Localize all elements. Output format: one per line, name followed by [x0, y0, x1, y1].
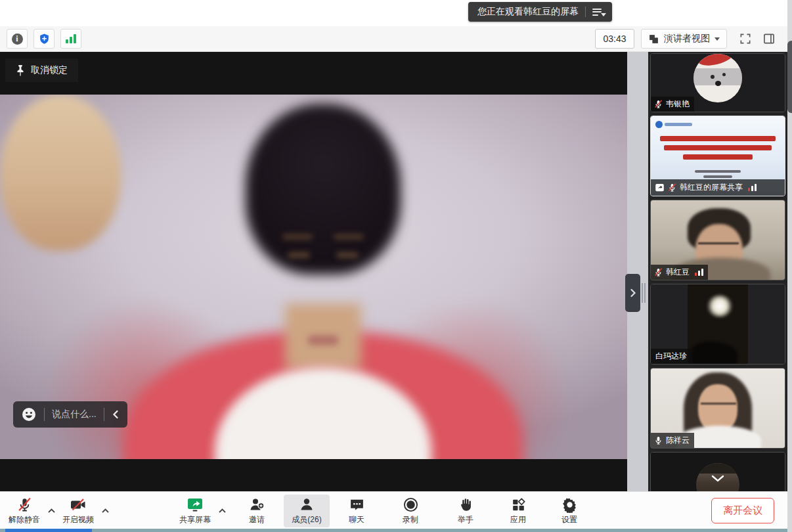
pill-divider — [104, 408, 104, 421]
members-button[interactable]: 成员(26) — [284, 495, 330, 527]
chevron-down-icon — [715, 37, 720, 41]
mic-muted-icon — [667, 183, 677, 192]
speaker-mouth — [307, 335, 339, 345]
speaker-face — [0, 95, 121, 251]
signal-bars-icon — [695, 269, 703, 276]
content-area: 取消锁定 说点什么... — [0, 52, 787, 491]
participant-tile[interactable]: 韦银艳 — [650, 53, 785, 112]
participants-sidebar: 韦银艳 — [648, 52, 787, 491]
shield-plus-icon — [38, 33, 51, 45]
participant-tile[interactable] — [650, 452, 785, 491]
avatar — [693, 54, 742, 102]
participant-tile[interactable]: 白玛达珍 — [650, 284, 785, 365]
share-options-chevron[interactable] — [215, 495, 229, 527]
mic-muted-icon — [16, 497, 33, 513]
emoji-icon[interactable] — [21, 407, 37, 422]
scroll-more-chevron-down-icon[interactable] — [711, 475, 724, 483]
unmute-label: 解除静音 — [9, 514, 40, 525]
video-options-chevron[interactable] — [99, 495, 112, 527]
leave-meeting-label: 离开会议 — [723, 504, 762, 517]
raise-hand-button[interactable]: 举手 — [445, 495, 486, 527]
security-button[interactable] — [33, 29, 55, 49]
participant-name: 韦银艳 — [666, 99, 690, 110]
settings-label: 设置 — [561, 514, 577, 525]
unmute-button[interactable]: 解除静音 — [4, 495, 45, 527]
start-video-button[interactable]: 开启视频 — [58, 495, 99, 527]
fullscreen-icon — [739, 32, 752, 45]
pin-icon — [16, 64, 25, 76]
meeting-info-button[interactable]: i — [7, 29, 28, 49]
wallpaper-shape — [787, 41, 792, 113]
meeting-timer: 03:43 — [595, 29, 634, 49]
gear-icon — [561, 497, 578, 513]
participant-namebar: 韩红豆 — [651, 265, 708, 280]
top-toolbar: i 03:43 演讲者视图 — [0, 26, 787, 52]
share-screen-button[interactable]: 共享屏幕 — [175, 495, 215, 527]
record-label: 录制 — [403, 514, 418, 525]
apps-icon — [510, 497, 527, 513]
share-screen-icon — [187, 497, 204, 513]
participant-tile[interactable]: 陈祥云 — [650, 368, 785, 449]
invite-label: 邀请 — [249, 514, 265, 525]
participant-name: 韩红豆 — [666, 267, 690, 278]
speaker-hair — [246, 104, 401, 275]
invite-button[interactable]: 邀请 — [236, 495, 277, 527]
signal-bars-icon — [748, 184, 757, 191]
audio-options-chevron[interactable] — [45, 495, 58, 527]
start-video-label: 开启视频 — [62, 514, 94, 525]
watching-screen-text: 您正在观看韩红豆的屏幕 — [477, 6, 579, 18]
screen-share-tile[interactable]: 韩红豆的屏幕共享 — [650, 116, 785, 196]
chevron-right-icon — [630, 288, 636, 298]
chevron-left-icon[interactable] — [112, 410, 120, 419]
pill-divider — [44, 408, 45, 421]
collapse-sidebar-button[interactable] — [625, 274, 640, 312]
panel-resize-gutter[interactable] — [627, 52, 648, 491]
participant-tile[interactable]: 韩红豆 — [650, 200, 785, 280]
participant-namebar: 韦银艳 — [651, 97, 694, 112]
record-button[interactable]: 录制 — [390, 495, 431, 527]
screen-share-icon — [655, 183, 665, 192]
mic-on-icon — [653, 435, 663, 445]
desktop-bottom-edge — [0, 529, 787, 532]
taskbar-highlight — [5, 529, 92, 532]
side-panel-toggle-button[interactable] — [762, 32, 776, 45]
invite-person-icon — [248, 497, 265, 513]
participant-namebar: 陈祥云 — [651, 433, 694, 448]
participant-name: 白玛达珍 — [653, 351, 687, 362]
view-mode-dropdown[interactable]: 演讲者视图 — [641, 29, 727, 49]
chevron-up-icon — [219, 508, 226, 513]
window-top-strip: 您正在观看韩红豆的屏幕 — [0, 0, 787, 26]
quick-message-bar: 说点什么... — [13, 401, 127, 428]
view-options-menu-icon[interactable] — [592, 9, 605, 16]
chevron-up-icon — [102, 508, 109, 513]
fullscreen-button[interactable] — [739, 32, 752, 45]
main-stage: 取消锁定 说点什么... — [0, 52, 627, 491]
unpin-button[interactable]: 取消锁定 — [5, 58, 78, 82]
speaker-brow — [334, 234, 364, 240]
side-panel-icon — [762, 32, 776, 45]
drag-handle[interactable] — [642, 283, 646, 303]
bottom-toolbar: 解除静音 开启视频 共享屏幕 — [0, 491, 787, 529]
members-icon — [298, 497, 315, 513]
view-mode-label: 演讲者视图 — [664, 33, 710, 45]
participant-name: 韩红豆的屏幕共享 — [680, 182, 743, 193]
apps-button[interactable]: 应用 — [498, 495, 539, 527]
mic-muted-icon — [653, 99, 663, 109]
speaker-view-icon — [648, 33, 659, 45]
meeting-timer-value: 03:43 — [603, 33, 626, 44]
unpin-label: 取消锁定 — [31, 64, 68, 76]
chat-button[interactable]: 聊天 — [336, 495, 377, 527]
settings-button[interactable]: 设置 — [549, 495, 590, 527]
banner-divider — [585, 7, 586, 17]
leave-meeting-button[interactable]: 离开会议 — [711, 498, 774, 523]
message-input[interactable]: 说点什么... — [52, 409, 97, 420]
raise-hand-label: 举手 — [458, 514, 473, 525]
mic-muted-icon — [653, 267, 663, 277]
signal-bars-icon — [65, 33, 77, 44]
apps-label: 应用 — [510, 514, 526, 525]
participant-name: 陈祥云 — [666, 435, 690, 446]
desktop-edge — [787, 0, 792, 532]
members-label: 成员(26) — [292, 514, 321, 525]
speaker-eye — [288, 252, 310, 258]
network-quality-button[interactable] — [60, 29, 81, 49]
